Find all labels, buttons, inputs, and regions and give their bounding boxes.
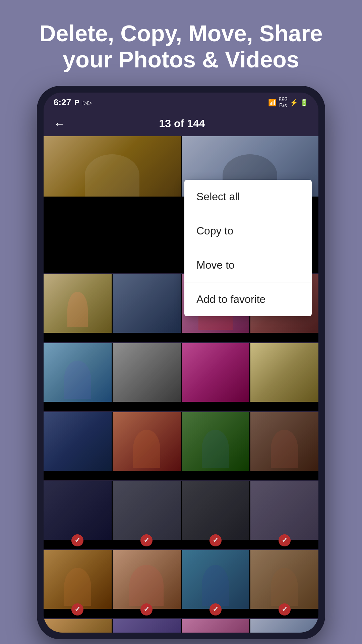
content-area: ✓ ✓ ✓ ✓ ✓	[44, 136, 318, 633]
context-menu: Select all Copy to Move to Add to favori…	[184, 180, 312, 316]
app-header: ← 13 of 144	[44, 111, 318, 136]
wifi-icon: 📶	[268, 99, 277, 107]
back-button[interactable]: ←	[54, 117, 66, 131]
phone-inner: 6:27 P ▷▷ 📶 893B/s ⚡ 🔋 ← 13 of 144	[44, 93, 318, 633]
menu-item-copy-to[interactable]: Copy to	[184, 214, 312, 248]
parking-icon: P	[74, 98, 79, 107]
network-speed: 893B/s	[279, 97, 288, 108]
headline-text: Delete, Copy, Move, Share your Photos & …	[12, 0, 349, 86]
bolt-icon: ⚡	[290, 99, 298, 107]
battery-icon: 🔋	[300, 99, 308, 107]
status-right-icons: 📶 893B/s ⚡ 🔋	[268, 97, 308, 108]
status-time: 6:27	[54, 97, 71, 108]
selection-count: 13 of 144	[72, 117, 292, 130]
status-bar: 6:27 P ▷▷ 📶 893B/s ⚡ 🔋	[44, 93, 318, 111]
play-icon: ▷▷	[83, 99, 92, 106]
headline-line1: Delete, Copy, Move, Share	[39, 20, 322, 46]
menu-item-move-to[interactable]: Move to	[184, 248, 312, 282]
status-left-icons: P ▷▷	[74, 98, 92, 107]
menu-item-add-favorite[interactable]: Add to favorite	[184, 282, 312, 316]
phone-frame: 6:27 P ▷▷ 📶 893B/s ⚡ 🔋 ← 13 of 144	[37, 86, 325, 639]
headline-line2: your Photos & Videos	[63, 47, 299, 72]
menu-item-select-all[interactable]: Select all	[184, 180, 312, 214]
